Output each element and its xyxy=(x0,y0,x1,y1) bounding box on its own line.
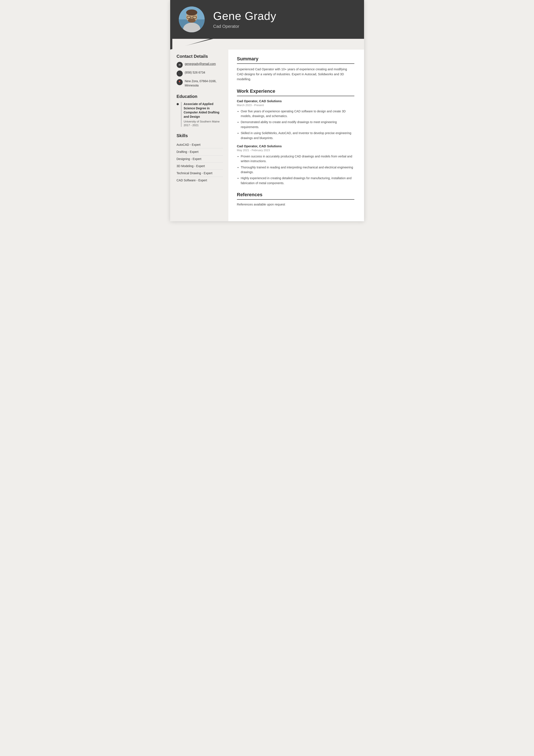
references-section: References References available upon req… xyxy=(237,192,354,206)
skill-item-1: Drafting - Expert xyxy=(177,148,223,155)
summary-text: Experienced Cad Operator with 10+ years … xyxy=(237,67,354,82)
contact-section: Contact Details ✉ genegrady@gmail.com 📞 … xyxy=(177,54,223,88)
job-date-1: May 2021 - February 2023 xyxy=(237,148,354,152)
candidate-title: Cad Operator xyxy=(213,24,276,29)
job-bullet-0-2: Skilled in using SolidWorks, AutoCAD, an… xyxy=(241,131,354,140)
chevron-decoration xyxy=(170,39,364,50)
education-section-title: Education xyxy=(177,94,223,99)
phone-icon: 📞 xyxy=(177,70,183,76)
work-experience-title: Work Experience xyxy=(237,88,354,96)
skill-item-5: CAD Software - Expert xyxy=(177,177,223,184)
phone-value: (658) 526 6734 xyxy=(185,70,205,75)
edu-degree: Associate of Applied Science Degree in C… xyxy=(184,102,223,119)
job-item-0: Cad Operator, CAD Solutions March 2023 -… xyxy=(237,99,354,140)
chevron-light xyxy=(172,39,210,50)
skill-item-2: Designing - Expert xyxy=(177,155,223,163)
email-icon: ✉ xyxy=(177,62,183,68)
edu-years: 2017 - 2021 xyxy=(184,123,223,127)
edu-school: University of Southern Maine xyxy=(184,120,223,123)
skill-item-4: Technical Drawing - Expert xyxy=(177,170,223,177)
contact-address-item: 📍 New Zora, 07664-3166, Minnesota xyxy=(177,79,223,88)
skill-item-0: AutoCAD - Expert xyxy=(177,141,223,148)
contact-section-title: Contact Details xyxy=(177,54,223,59)
references-title: References xyxy=(237,192,354,200)
skills-section: Skills AutoCAD - Expert Drafting - Exper… xyxy=(177,133,223,184)
job-bullet-0-1: Demonstrated ability to create and modif… xyxy=(241,120,354,129)
edu-bullet xyxy=(177,103,179,105)
resume-body: Contact Details ✉ genegrady@gmail.com 📞 … xyxy=(170,50,364,221)
contact-email-item: ✉ genegrady@gmail.com xyxy=(177,62,223,68)
summary-title: Summary xyxy=(237,56,354,64)
skills-section-title: Skills xyxy=(177,133,223,138)
svg-point-4 xyxy=(186,10,197,15)
job-item-1: Cad Operator, CAD Solutions May 2021 - F… xyxy=(237,144,354,185)
avatar xyxy=(179,7,205,32)
svg-point-5 xyxy=(188,18,195,23)
address-value: New Zora, 07664-3166, Minnesota xyxy=(185,79,216,88)
job-bullet-1-0: Proven success in accurately producing C… xyxy=(241,154,354,164)
job-bullets-1: Proven success in accurately producing C… xyxy=(241,154,354,185)
edu-content: Associate of Applied Science Degree in C… xyxy=(181,102,223,126)
skill-item-3: 3D Modeling - Expert xyxy=(177,163,223,170)
main-content: Summary Experienced Cad Operator with 10… xyxy=(228,50,364,221)
header-text: Gene Grady Cad Operator xyxy=(213,10,276,29)
job-bullet-0-0: Over five years of experience operating … xyxy=(241,109,354,119)
references-text: References available upon request xyxy=(237,203,354,206)
job-bullets-0: Over five years of experience operating … xyxy=(241,109,354,140)
work-experience-section: Work Experience Cad Operator, CAD Soluti… xyxy=(237,88,354,186)
location-icon: 📍 xyxy=(177,79,183,85)
edu-item-0: Associate of Applied Science Degree in C… xyxy=(177,102,223,126)
job-date-0: March 2023 - Present xyxy=(237,103,354,107)
resume-header: Gene Grady Cad Operator xyxy=(170,0,364,39)
candidate-name: Gene Grady xyxy=(213,10,276,22)
summary-section: Summary Experienced Cad Operator with 10… xyxy=(237,56,354,82)
job-bullet-1-1: Thoroughly trained in reading and interp… xyxy=(241,165,354,175)
education-section: Education Associate of Applied Science D… xyxy=(177,94,223,126)
job-bullet-1-2: Highly experienced in creating detailed … xyxy=(241,176,354,185)
sidebar: Contact Details ✉ genegrady@gmail.com 📞 … xyxy=(170,50,228,221)
resume-container: Gene Grady Cad Operator Contact Details … xyxy=(170,0,364,221)
job-title-1: Cad Operator, CAD Solutions xyxy=(237,144,354,148)
contact-phone-item: 📞 (658) 526 6734 xyxy=(177,70,223,76)
email-value[interactable]: genegrady@gmail.com xyxy=(185,62,216,66)
job-title-0: Cad Operator, CAD Solutions xyxy=(237,99,354,103)
